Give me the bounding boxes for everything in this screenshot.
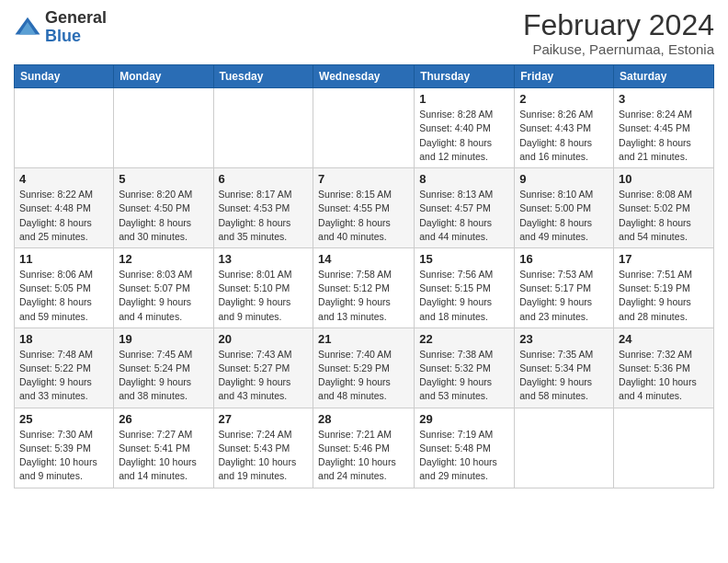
day-info: Sunrise: 8:15 AMSunset: 4:55 PMDaylight:… [318,188,409,244]
day-number: 20 [219,332,309,346]
day-number: 6 [219,172,309,186]
calendar-week-row: 18Sunrise: 7:48 AMSunset: 5:22 PMDayligh… [15,327,714,408]
calendar-header-row: SundayMondayTuesdayWednesdayThursdayFrid… [15,65,714,88]
day-info: Sunrise: 7:30 AMSunset: 5:39 PMDaylight:… [19,428,108,484]
day-info: Sunrise: 7:27 AMSunset: 5:41 PMDaylight:… [119,428,208,484]
day-info: Sunrise: 7:38 AMSunset: 5:32 PMDaylight:… [419,348,509,404]
day-info: Sunrise: 8:01 AMSunset: 5:10 PMDaylight:… [219,268,309,324]
day-info: Sunrise: 7:32 AMSunset: 5:36 PMDaylight:… [619,348,709,404]
title-block: February 2024 Paikuse, Paernumaa, Estoni… [523,9,714,57]
day-number: 24 [619,332,709,346]
day-number: 21 [318,332,409,346]
calendar-cell: 25Sunrise: 7:30 AMSunset: 5:39 PMDayligh… [15,408,114,488]
calendar-cell: 11Sunrise: 8:06 AMSunset: 5:05 PMDayligh… [15,247,114,327]
day-info: Sunrise: 8:03 AMSunset: 5:07 PMDaylight:… [119,268,208,324]
calendar-title: February 2024 [523,9,714,41]
day-header-monday: Monday [114,65,213,88]
day-info: Sunrise: 8:22 AMSunset: 4:48 PMDaylight:… [19,188,108,244]
calendar-week-row: 11Sunrise: 8:06 AMSunset: 5:05 PMDayligh… [15,247,714,327]
day-info: Sunrise: 8:24 AMSunset: 4:45 PMDaylight:… [619,108,709,164]
day-info: Sunrise: 7:51 AMSunset: 5:19 PMDaylight:… [619,268,709,324]
page: General Blue February 2024 Paikuse, Paer… [0,0,728,563]
day-info: Sunrise: 8:08 AMSunset: 5:02 PMDaylight:… [619,188,709,244]
calendar-cell: 15Sunrise: 7:56 AMSunset: 5:15 PMDayligh… [415,247,515,327]
calendar-cell [515,408,614,488]
calendar-cell: 28Sunrise: 7:21 AMSunset: 5:46 PMDayligh… [313,408,415,488]
day-info: Sunrise: 7:56 AMSunset: 5:15 PMDaylight:… [419,268,509,324]
day-number: 2 [519,92,609,106]
calendar-cell [313,88,415,168]
day-number: 7 [318,172,409,186]
day-header-sunday: Sunday [15,65,114,88]
calendar-cell: 26Sunrise: 7:27 AMSunset: 5:41 PMDayligh… [114,408,213,488]
calendar-cell [15,88,114,168]
day-number: 11 [19,252,108,266]
day-number: 12 [119,252,208,266]
calendar-cell: 5Sunrise: 8:20 AMSunset: 4:50 PMDaylight… [114,168,213,248]
day-number: 22 [419,332,509,346]
day-number: 9 [519,172,609,186]
calendar-cell: 4Sunrise: 8:22 AMSunset: 4:48 PMDaylight… [15,168,114,248]
calendar-cell: 27Sunrise: 7:24 AMSunset: 5:43 PMDayligh… [213,408,313,488]
calendar-cell [114,88,213,168]
day-number: 15 [419,252,509,266]
day-number: 26 [119,412,208,426]
header: General Blue February 2024 Paikuse, Paer… [14,9,714,57]
logo: General Blue [14,9,107,46]
calendar-cell: 16Sunrise: 7:53 AMSunset: 5:17 PMDayligh… [515,247,614,327]
calendar-cell: 20Sunrise: 7:43 AMSunset: 5:27 PMDayligh… [213,327,313,408]
day-info: Sunrise: 7:58 AMSunset: 5:12 PMDaylight:… [318,268,409,324]
calendar-cell: 3Sunrise: 8:24 AMSunset: 4:45 PMDaylight… [614,88,714,168]
calendar-cell: 21Sunrise: 7:40 AMSunset: 5:29 PMDayligh… [313,327,415,408]
day-number: 1 [419,92,509,106]
day-info: Sunrise: 7:40 AMSunset: 5:29 PMDaylight:… [318,348,409,404]
calendar-cell [213,88,313,168]
day-number: 23 [519,332,609,346]
day-number: 13 [219,252,309,266]
calendar-cell: 12Sunrise: 8:03 AMSunset: 5:07 PMDayligh… [114,247,213,327]
calendar-week-row: 25Sunrise: 7:30 AMSunset: 5:39 PMDayligh… [15,408,714,488]
day-number: 4 [19,172,108,186]
day-number: 28 [318,412,409,426]
calendar-cell: 6Sunrise: 8:17 AMSunset: 4:53 PMDaylight… [213,168,313,248]
calendar-table: SundayMondayTuesdayWednesdayThursdayFrid… [14,64,714,488]
calendar-cell: 13Sunrise: 8:01 AMSunset: 5:10 PMDayligh… [213,247,313,327]
day-number: 17 [619,252,709,266]
calendar-cell: 29Sunrise: 7:19 AMSunset: 5:48 PMDayligh… [415,408,515,488]
day-info: Sunrise: 8:06 AMSunset: 5:05 PMDaylight:… [19,268,108,324]
day-info: Sunrise: 7:53 AMSunset: 5:17 PMDaylight:… [519,268,609,324]
calendar-cell: 9Sunrise: 8:10 AMSunset: 5:00 PMDaylight… [515,168,614,248]
day-info: Sunrise: 8:20 AMSunset: 4:50 PMDaylight:… [119,188,208,244]
calendar-cell: 14Sunrise: 7:58 AMSunset: 5:12 PMDayligh… [313,247,415,327]
logo-text: General Blue [45,9,107,46]
day-number: 29 [419,412,509,426]
calendar-week-row: 1Sunrise: 8:28 AMSunset: 4:40 PMDaylight… [15,88,714,168]
calendar-cell: 19Sunrise: 7:45 AMSunset: 5:24 PMDayligh… [114,327,213,408]
calendar-subtitle: Paikuse, Paernumaa, Estonia [523,41,714,57]
calendar-cell: 8Sunrise: 8:13 AMSunset: 4:57 PMDaylight… [415,168,515,248]
calendar-body: 1Sunrise: 8:28 AMSunset: 4:40 PMDaylight… [15,88,714,488]
day-info: Sunrise: 7:35 AMSunset: 5:34 PMDaylight:… [519,348,609,404]
day-info: Sunrise: 7:43 AMSunset: 5:27 PMDaylight:… [219,348,309,404]
day-info: Sunrise: 8:10 AMSunset: 5:00 PMDaylight:… [519,188,609,244]
calendar-cell: 1Sunrise: 8:28 AMSunset: 4:40 PMDaylight… [415,88,515,168]
calendar-cell: 18Sunrise: 7:48 AMSunset: 5:22 PMDayligh… [15,327,114,408]
day-header-tuesday: Tuesday [213,65,313,88]
day-number: 25 [19,412,108,426]
day-info: Sunrise: 8:28 AMSunset: 4:40 PMDaylight:… [419,108,509,164]
calendar-cell [614,408,714,488]
day-info: Sunrise: 7:21 AMSunset: 5:46 PMDaylight:… [318,428,409,484]
calendar-cell: 10Sunrise: 8:08 AMSunset: 5:02 PMDayligh… [614,168,714,248]
day-number: 18 [19,332,108,346]
day-header-saturday: Saturday [614,65,714,88]
day-number: 19 [119,332,208,346]
day-info: Sunrise: 8:26 AMSunset: 4:43 PMDaylight:… [519,108,609,164]
logo-icon [14,14,41,41]
day-number: 16 [519,252,609,266]
day-info: Sunrise: 8:17 AMSunset: 4:53 PMDaylight:… [219,188,309,244]
day-header-friday: Friday [515,65,614,88]
calendar-cell: 24Sunrise: 7:32 AMSunset: 5:36 PMDayligh… [614,327,714,408]
day-info: Sunrise: 8:13 AMSunset: 4:57 PMDaylight:… [419,188,509,244]
calendar-cell: 23Sunrise: 7:35 AMSunset: 5:34 PMDayligh… [515,327,614,408]
day-number: 3 [619,92,709,106]
